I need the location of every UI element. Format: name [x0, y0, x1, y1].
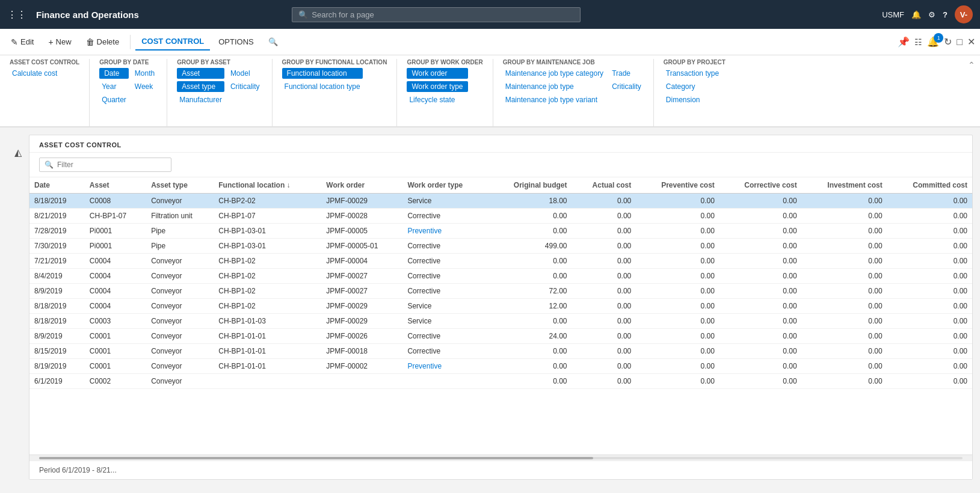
- cell-actual-cost: 0.00: [572, 269, 636, 284]
- ribbon-group-title-date: GROUP BY DATE: [99, 59, 157, 66]
- quarter-btn[interactable]: Quarter: [99, 94, 129, 105]
- cell-original-budget: 0.00: [488, 374, 572, 389]
- cell-work-order: JPMF-00029: [321, 194, 402, 209]
- settings-icon[interactable]: ⚙: [928, 10, 935, 19]
- avatar[interactable]: V-: [955, 5, 973, 23]
- table-row[interactable]: 8/18/2019 C0004 Conveyor CH-BP1-02 JPMF-…: [29, 299, 972, 314]
- asset-type-btn[interactable]: Asset type: [177, 81, 224, 92]
- table-row[interactable]: 8/15/2019 C0001 Conveyor CH-BP1-01-01 JP…: [29, 344, 972, 359]
- col-asset-type[interactable]: Asset type: [146, 177, 214, 194]
- col-asset[interactable]: Asset: [85, 177, 146, 194]
- col-corrective-cost[interactable]: Corrective cost: [720, 177, 802, 194]
- restore-icon[interactable]: □: [957, 37, 963, 47]
- delete-button[interactable]: 🗑 Delete: [80, 34, 126, 51]
- calculate-cost-btn[interactable]: Calculate cost: [10, 68, 60, 79]
- filter-input[interactable]: [57, 161, 166, 169]
- criticality-maint-btn[interactable]: Criticality: [609, 81, 644, 92]
- bell-icon[interactable]: 🔔: [911, 10, 921, 19]
- criticality-asset-btn[interactable]: Criticality: [228, 81, 262, 92]
- lifecycle-state-btn[interactable]: Lifecycle state: [407, 94, 467, 105]
- ribbon-group-project: GROUP BY PROJECT Transaction type Catego…: [654, 59, 735, 126]
- ribbon-group-title-acc: ASSET COST CONTROL: [10, 59, 79, 66]
- functional-location-btn[interactable]: Functional location: [282, 68, 363, 79]
- filter-input-wrapper[interactable]: 🔍: [39, 158, 171, 172]
- date-btn[interactable]: Date: [99, 68, 129, 79]
- notification-badge[interactable]: 🔔 1: [927, 36, 939, 47]
- week-btn[interactable]: Week: [132, 81, 157, 92]
- cost-control-tab[interactable]: COST CONTROL: [135, 33, 210, 51]
- cell-investment-cost: 0.00: [802, 359, 887, 374]
- cell-work-order: JPMF-00018: [321, 344, 402, 359]
- col-committed-cost[interactable]: Committed cost: [887, 177, 972, 194]
- edit-button[interactable]: ✎ Edit: [5, 34, 40, 51]
- table-row[interactable]: 6/1/2019 C0002 Conveyor 0.00 0.00 0.00 0…: [29, 374, 972, 389]
- manufacturer-btn[interactable]: Manufacturer: [177, 94, 224, 105]
- category-btn[interactable]: Category: [664, 81, 721, 92]
- col-actual-cost[interactable]: Actual cost: [572, 177, 636, 194]
- trade-btn[interactable]: Trade: [609, 68, 644, 79]
- search-input[interactable]: [312, 10, 574, 19]
- search-toolbar-icon[interactable]: 🔍: [262, 34, 284, 50]
- cell-investment-cost: 0.00: [802, 254, 887, 269]
- table-row[interactable]: 8/19/2019 C0001 Conveyor CH-BP1-01-01 JP…: [29, 359, 972, 374]
- new-button[interactable]: + New: [42, 34, 77, 51]
- cell-actual-cost: 0.00: [572, 284, 636, 299]
- cell-work-order: JPMF-00028: [321, 209, 402, 224]
- close-icon[interactable]: ✕: [967, 36, 975, 47]
- table-row[interactable]: 8/9/2019 C0004 Conveyor CH-BP1-02 JPMF-0…: [29, 284, 972, 299]
- cell-work-order: JPMF-00005-01: [321, 239, 402, 254]
- ribbon-collapse-icon[interactable]: ⌃: [968, 60, 975, 70]
- work-order-btn[interactable]: Work order: [407, 68, 467, 79]
- ribbon-col-work-order: Work order Work order type Lifecycle sta…: [407, 68, 467, 105]
- cell-original-budget: 0.00: [488, 359, 572, 374]
- pin-icon[interactable]: 📌: [898, 36, 910, 47]
- table-row[interactable]: 8/21/2019 CH-BP1-07 Filtration unit CH-B…: [29, 209, 972, 224]
- col-investment-cost[interactable]: Investment cost: [802, 177, 887, 194]
- year-btn[interactable]: Year: [99, 81, 129, 92]
- horizontal-scrollbar[interactable]: [29, 455, 972, 461]
- grid-icon[interactable]: ⋮⋮: [7, 9, 26, 20]
- office-icon[interactable]: ☷: [914, 37, 922, 47]
- options-tab[interactable]: OPTIONS: [212, 34, 260, 50]
- cell-work-order-type: Corrective: [402, 269, 488, 284]
- help-icon[interactable]: ?: [943, 10, 948, 19]
- col-work-order[interactable]: Work order: [321, 177, 402, 194]
- cell-investment-cost: 0.00: [802, 314, 887, 329]
- work-order-type-btn[interactable]: Work order type: [407, 81, 467, 92]
- scroll-thumb[interactable]: [39, 457, 593, 459]
- magnifier-icon: 🔍: [268, 37, 278, 46]
- table-row[interactable]: 8/18/2019 C0008 Conveyor CH-BP2-02 JPMF-…: [29, 194, 972, 209]
- table-row[interactable]: 7/30/2019 Pi0001 Pipe CH-BP1-03-01 JPMF-…: [29, 239, 972, 254]
- scroll-track[interactable]: [39, 457, 963, 459]
- badge-count: 1: [934, 33, 943, 43]
- cell-actual-cost: 0.00: [572, 194, 636, 209]
- col-original-budget[interactable]: Original budget: [488, 177, 572, 194]
- mjt-category-btn[interactable]: Maintenance job type category: [503, 68, 606, 79]
- mjt-btn[interactable]: Maintenance job type: [503, 81, 606, 92]
- model-btn[interactable]: Model: [228, 68, 262, 79]
- cell-asset-type: Conveyor: [146, 359, 214, 374]
- filter-sidebar-icon[interactable]: ◭: [14, 147, 22, 158]
- ribbon-group-title-project: GROUP BY PROJECT: [664, 59, 726, 66]
- col-date[interactable]: Date: [29, 177, 85, 194]
- refresh-icon[interactable]: ↻: [944, 36, 952, 47]
- month-btn[interactable]: Month: [132, 68, 157, 79]
- table-row[interactable]: 8/9/2019 C0001 Conveyor CH-BP1-01-01 JPM…: [29, 329, 972, 344]
- search-bar[interactable]: 🔍: [292, 7, 581, 22]
- cell-preventive-cost: 0.00: [636, 239, 720, 254]
- ribbon-group-maintenance: GROUP BY MAINTENANCE JOB Maintenance job…: [493, 59, 654, 126]
- table-row[interactable]: 8/18/2019 C0003 Conveyor CH-BP1-01-03 JP…: [29, 314, 972, 329]
- table-row[interactable]: 7/21/2019 C0004 Conveyor CH-BP1-02 JPMF-…: [29, 254, 972, 269]
- col-work-order-type[interactable]: Work order type: [402, 177, 488, 194]
- transaction-type-btn[interactable]: Transaction type: [664, 68, 721, 79]
- col-preventive-cost[interactable]: Preventive cost: [636, 177, 720, 194]
- asset-btn[interactable]: Asset: [177, 68, 224, 79]
- dimension-btn[interactable]: Dimension: [664, 94, 721, 105]
- ribbon-items-project: Transaction type Category Dimension: [664, 68, 726, 105]
- mjt-variant-btn[interactable]: Maintenance job type variant: [503, 94, 606, 105]
- cell-asset: C0004: [85, 254, 146, 269]
- col-functional-location[interactable]: Functional location ↓: [214, 177, 321, 194]
- table-row[interactable]: 8/4/2019 C0004 Conveyor CH-BP1-02 JPMF-0…: [29, 269, 972, 284]
- functional-location-type-btn[interactable]: Functional location type: [282, 81, 363, 92]
- table-row[interactable]: 7/28/2019 Pi0001 Pipe CH-BP1-03-01 JPMF-…: [29, 224, 972, 239]
